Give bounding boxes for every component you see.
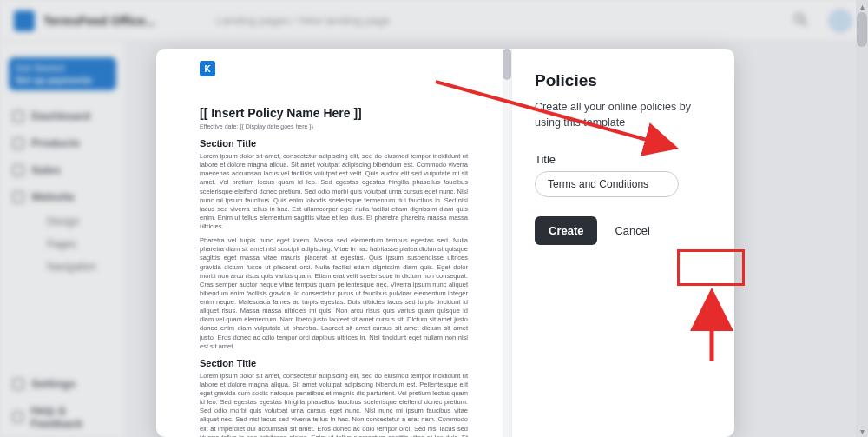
doc-paragraph: Lorem ipsum dolor sit amet, consectetur … (200, 372, 468, 437)
doc-section-title: Section Title (200, 358, 468, 368)
svg-line-2 (436, 82, 675, 148)
form-actions: Create Cancel (535, 216, 712, 245)
annotation-arrow-title (427, 76, 687, 198)
cancel-button[interactable]: Cancel (615, 224, 649, 237)
create-button[interactable]: Create (535, 216, 597, 245)
preview-scroll-thumb[interactable] (503, 49, 511, 80)
doc-paragraph: Pharetra vel turpis nunc eget lorem. Mas… (200, 236, 468, 351)
annotation-arrow-create (694, 287, 729, 365)
doc-logo-icon: K (200, 61, 215, 76)
